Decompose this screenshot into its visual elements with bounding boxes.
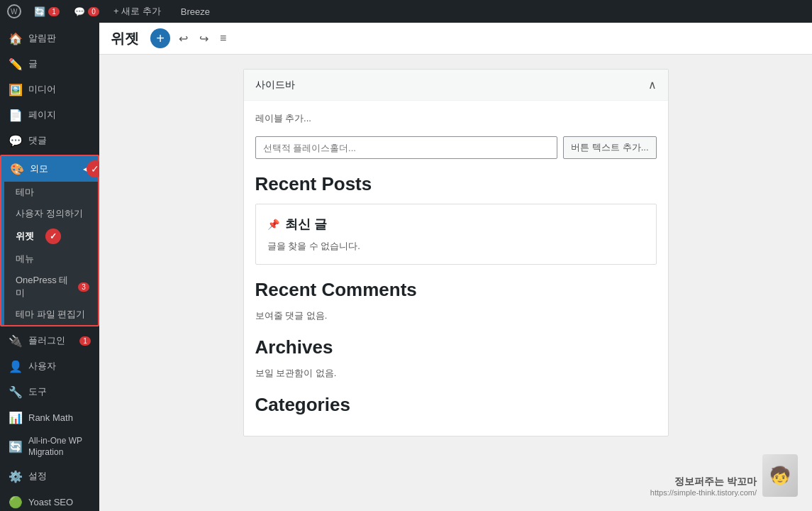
submenu-customize-label: 사용자 정의하기 — [16, 207, 83, 220]
admin-site-name[interactable]: Breeze — [178, 6, 213, 17]
page-title: 위젯 — [111, 29, 139, 48]
submenu-item-widgets[interactable]: 위젯 ✓ — [4, 224, 98, 248]
submenu-item-menus[interactable]: 메뉴 — [4, 248, 98, 270]
posts-icon: ✏️ — [9, 57, 23, 71]
onepress-badge: 3 — [78, 282, 89, 292]
users-icon: 👤 — [9, 359, 23, 373]
submenu-menus-label: 메뉴 — [16, 253, 34, 265]
recent-posts-empty: 글을 찾을 수 없습니다. — [267, 240, 645, 253]
archives-empty: 보일 보관함이 없음. — [255, 367, 657, 380]
submenu-item-theme[interactable]: 테마 — [4, 182, 98, 203]
redo-button[interactable]: ↪ — [196, 29, 211, 48]
sidebar-item-aio[interactable]: 🔄 All-in-One WP Migration — [0, 430, 99, 463]
dashboard-icon: 🏠 — [9, 31, 23, 45]
panel-body: 레이블 추가... 버튼 텍스트 추가... Recent Posts 📌 최신… — [244, 101, 668, 436]
watermark-text: 정보퍼주는 박꼬마 https://simple-think.tistory.c… — [650, 476, 757, 497]
widgets-check-icon: ✓ — [45, 229, 61, 244]
sidebar-item-users[interactable]: 👤 사용자 — [0, 353, 99, 379]
wp-logo-icon[interactable]: W — [6, 3, 23, 20]
sidebar: 🏠 알림판 ✏️ 글 🖼️ 미디어 📄 페이지 💬 댓글 🎨 외모 — [0, 23, 99, 511]
submenu-item-onepress[interactable]: OnePress 테미 3 — [4, 270, 98, 304]
sidebar-item-pages[interactable]: 📄 페이지 — [0, 102, 99, 128]
label-add-text: 레이블 추가... — [255, 112, 311, 125]
svg-text:W: W — [11, 8, 18, 16]
pin-icon: 📌 — [267, 219, 279, 230]
admin-updates[interactable]: 🔄 1 — [31, 6, 62, 17]
sidebar-item-posts[interactable]: ✏️ 글 — [0, 51, 99, 77]
media-icon: 🖼️ — [9, 82, 23, 97]
placeholder-input[interactable] — [255, 136, 558, 159]
sidebar-item-media[interactable]: 🖼️ 미디어 — [0, 77, 99, 102]
content-area: 위젯 + ↩ ↪ ≡ 사이드바 ∧ 레이블 추가... — [99, 23, 812, 511]
recent-comments-heading: Recent Comments — [255, 279, 657, 301]
sidebar-item-label: 외모 — [30, 163, 48, 175]
recent-posts-heading: Recent Posts — [255, 173, 657, 195]
menu-button[interactable]: ≡ — [217, 29, 229, 48]
add-text-button[interactable]: 버튼 텍스트 추가... — [563, 136, 656, 159]
sidebar-item-label: 미디어 — [28, 83, 56, 96]
watermark-character: 🧒 — [762, 454, 798, 497]
panel-toggle-button[interactable]: ∧ — [648, 78, 657, 92]
sidebar-item-label: 글 — [28, 57, 38, 70]
sidebar-item-comments[interactable]: 💬 댓글 — [0, 128, 99, 153]
submenu-theme-label: 테마 — [16, 186, 34, 199]
sidebar-item-label: Rank Math — [28, 412, 73, 423]
watermark: 정보퍼주는 박꼬마 https://simple-think.tistory.c… — [650, 454, 798, 497]
watermark-name: 정보퍼주는 박꼬마 — [674, 476, 757, 488]
recent-posts-inner-title: 📌 최신 글 — [267, 216, 645, 233]
widget-toolbar: 위젯 + ↩ ↪ ≡ — [99, 23, 812, 55]
plugins-badge: 1 — [79, 336, 91, 346]
sidebar-item-label: 플러그인 — [28, 334, 65, 347]
comments-icon: 💬 — [9, 133, 23, 148]
sidebar-item-plugins[interactable]: 🔌 플러그인 1 — [0, 328, 99, 353]
sidebar-item-label: 댓글 — [28, 134, 47, 147]
recent-posts-block: 📌 최신 글 글을 찾을 수 없습니다. — [255, 204, 657, 265]
categories-heading: Categories — [255, 394, 657, 416]
plugins-icon: 🔌 — [9, 334, 23, 348]
submenu-item-editor[interactable]: 테마 파일 편집기 — [4, 304, 98, 325]
submenu-editor-label: 테마 파일 편집기 — [16, 308, 85, 321]
sidebar-item-label: 설정 — [28, 470, 47, 483]
panel-title: 사이드바 — [255, 79, 295, 92]
submenu-item-customize[interactable]: 사용자 정의하기 — [4, 203, 98, 224]
sidebar-item-label: Yoast SEO — [28, 497, 73, 507]
sidebar-item-yoast[interactable]: 🟢 Yoast SEO — [0, 489, 99, 511]
tools-icon: 🔧 — [9, 385, 23, 399]
sidebar-item-appearance[interactable]: 🎨 외모 ✓ ◀ — [1, 156, 98, 182]
sidebar-item-label: 사용자 — [28, 360, 56, 373]
main-layout: 🏠 알림판 ✏️ 글 🖼️ 미디어 📄 페이지 💬 댓글 🎨 외모 — [0, 23, 812, 511]
admin-new-post[interactable]: + 새로 추가 — [111, 5, 164, 18]
appearance-submenu: 테마 사용자 정의하기 위젯 ✓ 메뉴 OnePress 테미 3 테마 파일 — [1, 182, 98, 325]
sidebar-item-label: 알림판 — [28, 32, 56, 45]
appearance-section-wrapper: 🎨 외모 ✓ ◀ 테마 사용자 정의하기 위젯 ✓ 메뉴 — [0, 155, 99, 326]
sidebar-item-label: 도구 — [28, 385, 47, 398]
sidebar-widget-panel: 사이드바 ∧ 레이블 추가... 버튼 텍스트 추가... Recent Pos… — [243, 69, 669, 436]
label-add-row: 레이블 추가... — [255, 112, 657, 125]
archives-heading: Archives — [255, 336, 657, 358]
sidebar-item-dashboard[interactable]: 🏠 알림판 — [0, 26, 99, 51]
submenu-onepress-label: OnePress 테미 — [16, 274, 72, 300]
panel-header: 사이드바 ∧ — [244, 70, 668, 101]
watermark-url: https://simple-think.tistory.com/ — [650, 488, 757, 497]
add-block-button[interactable]: + — [150, 28, 170, 48]
sidebar-item-label: All-in-One WP Migration — [28, 436, 91, 458]
undo-button[interactable]: ↩ — [176, 29, 191, 48]
sidebar-item-settings[interactable]: ⚙️ 설정 — [0, 463, 99, 489]
sidebar-item-tools[interactable]: 🔧 도구 — [0, 379, 99, 405]
yoast-icon: 🟢 — [9, 495, 23, 509]
admin-comments[interactable]: 💬 0 — [71, 6, 102, 17]
input-row: 버튼 텍스트 추가... — [255, 136, 657, 159]
recent-comments-empty: 보여줄 댓글 없음. — [255, 309, 657, 322]
pages-icon: 📄 — [9, 108, 23, 122]
sidebar-item-rankmath[interactable]: 📊 Rank Math — [0, 405, 99, 430]
admin-bar: W 🔄 1 💬 0 + 새로 추가 Breeze — [0, 0, 812, 23]
aio-icon: 🔄 — [9, 440, 23, 454]
appearance-check-icon: ✓ — [87, 160, 99, 177]
widget-content: 사이드바 ∧ 레이블 추가... 버튼 텍스트 추가... Recent Pos… — [99, 55, 812, 511]
sidebar-item-label: 페이지 — [28, 109, 56, 121]
rankmath-icon: 📊 — [9, 410, 23, 424]
appearance-icon: 🎨 — [10, 162, 24, 176]
submenu-widgets-label: 위젯 — [16, 230, 34, 243]
settings-icon: ⚙️ — [9, 469, 23, 483]
